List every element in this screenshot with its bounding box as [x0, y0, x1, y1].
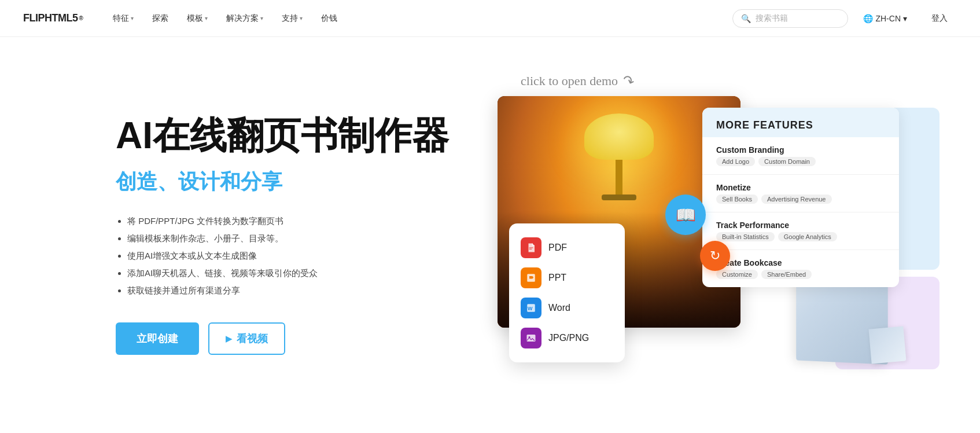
feature-tags: Sell Books Advertising Revenue — [716, 195, 885, 204]
jpg-icon — [521, 328, 541, 348]
share-button[interactable]: ↻ — [700, 241, 730, 271]
arrow-icon: ↷ — [620, 71, 636, 90]
book-icon: 📖 — [676, 206, 696, 225]
ppt-icon — [521, 267, 541, 288]
feature-tags: Add Logo Custom Domain — [716, 157, 885, 166]
feature-row-monetize: Monetize Sell Books Advertising Revenue — [702, 175, 899, 212]
language-selector[interactable]: 🌐 ZH-CN ▾ — [857, 10, 913, 27]
chevron-down-icon: ▾ — [903, 14, 907, 23]
nav-item-pricing[interactable]: 价钱 — [314, 10, 344, 27]
globe-icon: 🌐 — [863, 14, 873, 23]
search-placeholder: 搜索书籍 — [756, 13, 788, 24]
svg-text:W: W — [528, 306, 533, 311]
list-item: 获取链接并通过所有渠道分享 — [127, 282, 451, 299]
curl-corner — [868, 326, 906, 364]
logo-text: FLIPHTML5 — [23, 12, 78, 24]
nav-item-support[interactable]: 支持 ▾ — [275, 10, 310, 27]
feature-tags: Built-in Statistics Google Analytics — [716, 232, 885, 241]
action-button[interactable]: 📖 — [665, 195, 706, 235]
pdf-icon — [521, 237, 541, 258]
nav-links: 特征 ▾ 探索 模板 ▾ 解决方案 ▾ 支持 ▾ 价钱 — [106, 10, 732, 27]
list-item: 使用AI增强文本或从文本生成图像 — [127, 247, 451, 265]
create-button[interactable]: 立即创建 — [116, 322, 199, 355]
chevron-down-icon: ▾ — [131, 15, 134, 21]
file-item-word: W Word — [521, 293, 613, 323]
lamp-base — [616, 160, 622, 195]
features-panel-title: MORE FEATURES — [702, 108, 899, 137]
file-type-popup: PDF PPT W Word JPG/PNG — [509, 223, 625, 362]
nav-right: 🔍 搜索书籍 🌐 ZH-CN ▾ 登入 — [732, 9, 957, 28]
search-icon: 🔍 — [741, 14, 751, 23]
chevron-down-icon: ▾ — [205, 15, 208, 21]
demo-label: click to open demo ↷ — [521, 73, 634, 89]
nav-item-templates[interactable]: 模板 ▾ — [180, 10, 215, 27]
hero-features-list: 将 PDF/PPT/JPG 文件转换为数字翻页书 编辑模板来制作杂志、小册子、目… — [116, 212, 451, 299]
feature-row-branding: Custom Branding Add Logo Custom Domain — [702, 137, 899, 175]
list-item: 添加AI聊天机器人、链接、视频等来吸引你的受众 — [127, 265, 451, 282]
hero-content: AI在线翻页书制作器 创造、设计和分享 将 PDF/PPT/JPG 文件转换为数… — [116, 115, 451, 354]
logo[interactable]: FLIPHTML5® — [23, 12, 83, 24]
nav-item-solutions[interactable]: 解决方案 ▾ — [219, 10, 270, 27]
file-item-pdf: PDF — [521, 233, 613, 263]
word-icon: W — [521, 298, 541, 318]
nav-item-features[interactable]: 特征 ▾ — [106, 10, 141, 27]
hero-section: AI在线翻页书制作器 创造、设计和分享 将 PDF/PPT/JPG 文件转换为数… — [0, 37, 980, 433]
navbar: FLIPHTML5® 特征 ▾ 探索 模板 ▾ 解决方案 ▾ 支持 ▾ 价钱 🔍… — [0, 0, 980, 37]
play-icon: ▶ — [226, 334, 232, 343]
list-item: 将 PDF/PPT/JPG 文件转换为数字翻页书 — [127, 212, 451, 230]
login-button[interactable]: 登入 — [922, 10, 957, 27]
feature-row-bookcase: Create Bookcase Customize Share/Embed — [702, 250, 899, 287]
feature-tags: Customize Share/Embed — [716, 270, 885, 279]
lamp-foot — [602, 195, 636, 200]
file-item-jpg: JPG/PNG — [521, 323, 613, 353]
feature-row-track: Track Performance Built-in Statistics Go… — [702, 212, 899, 250]
share-icon: ↻ — [710, 248, 720, 263]
hero-subtitle: 创造、设计和分享 — [116, 168, 451, 196]
logo-reg: ® — [79, 15, 83, 21]
nav-item-explore[interactable]: 探索 — [145, 10, 175, 27]
file-item-ppt: PPT — [521, 263, 613, 293]
hero-visual: click to open demo ↷ 📖 ↻ — [486, 61, 887, 409]
chevron-down-icon: ▾ — [300, 15, 303, 21]
features-panel: MORE FEATURES Custom Branding Add Logo C… — [702, 108, 899, 287]
hero-buttons: 立即创建 ▶ 看视频 — [116, 322, 451, 355]
hero-title: AI在线翻页书制作器 — [116, 115, 451, 156]
lamp-shade — [584, 113, 654, 160]
search-box[interactable]: 🔍 搜索书籍 — [732, 9, 848, 28]
watch-video-button[interactable]: ▶ 看视频 — [208, 322, 285, 355]
list-item: 编辑模板来制作杂志、小册子、目录等。 — [127, 230, 451, 247]
chevron-down-icon: ▾ — [260, 15, 263, 21]
